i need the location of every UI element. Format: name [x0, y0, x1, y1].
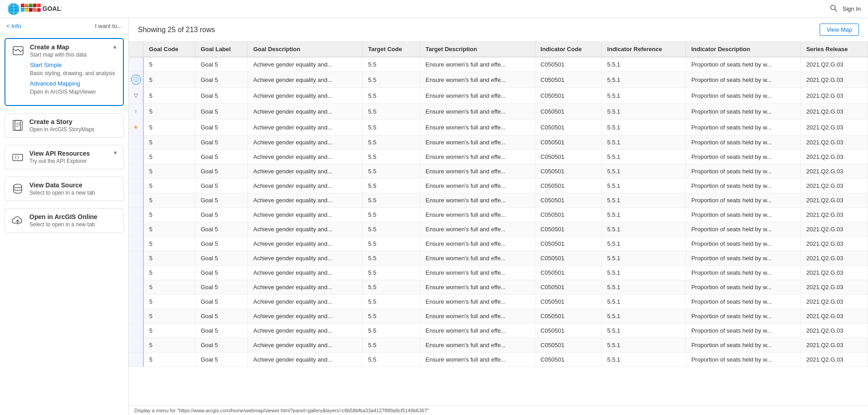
cell-goallabel: Goal 5 [195, 208, 247, 222]
table-row: 5Goal 5Achieve gender equality and...5.5… [129, 251, 868, 266]
row-action-icon[interactable] [129, 295, 143, 309]
cell-indicatorref: 5.5.1 [602, 251, 686, 266]
row-action-icon[interactable] [129, 309, 143, 324]
sidebar-item-api-resources[interactable]: {} View API Resources Try out the API Ex… [5, 145, 124, 169]
view-data-source-header: View Data Source Select to open in a new… [10, 181, 118, 196]
cell-goaldesc: Achieve gender equality and... [248, 266, 363, 280]
row-action-icon[interactable] [129, 251, 143, 266]
cell-targetdesc: Ensure women's full and effe... [420, 309, 535, 324]
cell-goaldesc: Achieve gender equality and... [248, 88, 363, 104]
row-action-icon[interactable] [129, 222, 143, 237]
cell-targetdesc: Ensure women's full and effe... [420, 324, 535, 338]
cell-targetcode: 5.5 [363, 135, 420, 150]
cell-seriesrelease: 2021.Q2.G.03 [801, 164, 868, 179]
logo-svg: GOALS SUSTAINABLE DEVELOPMENT [7, 3, 61, 15]
row-action-icon[interactable]: ⓘ [129, 72, 143, 88]
cell-targetdesc: Ensure women's full and effe... [420, 179, 535, 193]
table-body: 5Goal 5Achieve gender equality and...5.5… [129, 57, 868, 367]
search-button[interactable] [830, 5, 837, 14]
row-action-icon[interactable]: ★ [129, 119, 143, 135]
create-story-text: Create a Story Open in ArcGIS StoryMaps [29, 118, 94, 133]
cell-goalcode: 5 [143, 237, 195, 251]
cell-targetdesc: Ensure women's full and effe... [420, 280, 535, 295]
cell-targetcode: 5.5 [363, 164, 420, 179]
cell-goaldesc: Achieve gender equality and... [248, 179, 363, 193]
sdg-logo: GOALS SUSTAINABLE DEVELOPMENT [7, 3, 61, 15]
cell-goallabel: Goal 5 [195, 222, 247, 237]
cell-goalcode: 5 [143, 193, 195, 208]
cell-indicatordesc: Proportion of seats held by w... [686, 338, 801, 353]
api-resources-icon: {} [10, 150, 25, 164]
col-series-release: Series Release [801, 42, 868, 57]
col-indicator-ref: Indicator Reference [602, 42, 686, 57]
sign-in-button[interactable]: Sign In [843, 5, 861, 12]
cell-targetdesc: Ensure women's full and effe... [420, 266, 535, 280]
table-row: ↑5Goal 5Achieve gender equality and...5.… [129, 104, 868, 119]
advanced-mapping-link[interactable]: Advanced Mapping [30, 80, 118, 87]
row-action-icon[interactable] [129, 135, 143, 150]
sidebar-header: < Info I want to... [0, 18, 128, 34]
row-action-icon[interactable] [129, 266, 143, 280]
cell-seriesrelease: 2021.Q2.G.03 [801, 135, 868, 150]
svg-point-28 [14, 184, 22, 188]
cell-goalcode: 5 [143, 164, 195, 179]
cell-indicatorcode: C050501 [535, 266, 601, 280]
row-action-icon[interactable] [129, 208, 143, 222]
back-button[interactable]: < Info [6, 23, 21, 29]
cell-goaldesc: Achieve gender equality and... [248, 251, 363, 266]
row-action-icon[interactable] [129, 164, 143, 179]
row-action-icon[interactable] [129, 57, 143, 72]
cell-targetcode: 5.5 [363, 208, 420, 222]
cell-goallabel: Goal 5 [195, 104, 247, 119]
row-action-icon[interactable] [129, 324, 143, 338]
cell-goalcode: 5 [143, 104, 195, 119]
row-action-icon[interactable] [129, 353, 143, 367]
cell-indicatorcode: C050501 [535, 72, 601, 88]
cell-indicatorcode: C050501 [535, 193, 601, 208]
col-target-desc: Target Description [420, 42, 535, 57]
cell-goaldesc: Achieve gender equality and... [248, 164, 363, 179]
row-action-icon[interactable] [129, 179, 143, 193]
cell-goallabel: Goal 5 [195, 309, 247, 324]
cell-targetcode: 5.5 [363, 280, 420, 295]
cell-targetdesc: Ensure women's full and effe... [420, 222, 535, 237]
cell-targetdesc: Ensure women's full and effe... [420, 353, 535, 367]
table-row: 5Goal 5Achieve gender equality and...5.5… [129, 353, 868, 367]
svg-text:{}: {} [14, 155, 19, 160]
sidebar-item-open-arcgis[interactable]: Open in ArcGIS Online Select to open in … [5, 208, 124, 233]
search-icon [830, 5, 837, 12]
cell-targetcode: 5.5 [363, 266, 420, 280]
open-arcgis-subtitle: Select to open in a new tab [29, 221, 97, 228]
create-map-chevron: ▲ [112, 43, 118, 50]
api-resources-chevron: ▼ [113, 150, 118, 156]
cell-seriesrelease: 2021.Q2.G.03 [801, 295, 868, 309]
cell-indicatordesc: Proportion of seats held by w... [686, 280, 801, 295]
start-simple-link[interactable]: Start Simple [30, 62, 118, 68]
cell-indicatorref: 5.5.1 [602, 57, 686, 72]
row-action-icon[interactable] [129, 150, 143, 164]
cell-indicatordesc: Proportion of seats held by w... [686, 295, 801, 309]
col-goal-code: Goal Code [143, 42, 195, 57]
sidebar-item-create-map[interactable]: Create a Map Start map with this data ▲ … [5, 38, 124, 106]
view-map-button[interactable]: View Map [820, 24, 859, 36]
sidebar-item-create-story[interactable]: Create a Story Open in ArcGIS StoryMaps [5, 113, 124, 138]
row-action-icon[interactable]: ▽ [129, 88, 143, 104]
row-action-icon[interactable] [129, 237, 143, 251]
row-action-icon[interactable] [129, 338, 143, 353]
cell-goaldesc: Achieve gender equality and... [248, 135, 363, 150]
cell-seriesrelease: 2021.Q2.G.03 [801, 353, 868, 367]
create-map-icon [11, 43, 25, 58]
sidebar-item-view-data-source[interactable]: View Data Source Select to open in a new… [5, 176, 124, 201]
row-action-icon[interactable] [129, 280, 143, 295]
cell-goallabel: Goal 5 [195, 150, 247, 164]
view-data-source-subtitle: Select to open in a new tab [29, 190, 95, 196]
row-action-icon[interactable]: ↑ [129, 104, 143, 119]
cell-targetcode: 5.5 [363, 88, 420, 104]
cell-goalcode: 5 [143, 353, 195, 367]
cell-indicatordesc: Proportion of seats held by w... [686, 237, 801, 251]
cell-goallabel: Goal 5 [195, 266, 247, 280]
cell-indicatorref: 5.5.1 [602, 150, 686, 164]
cell-targetcode: 5.5 [363, 119, 420, 135]
cell-targetdesc: Ensure women's full and effe... [420, 57, 535, 72]
row-action-icon[interactable] [129, 193, 143, 208]
